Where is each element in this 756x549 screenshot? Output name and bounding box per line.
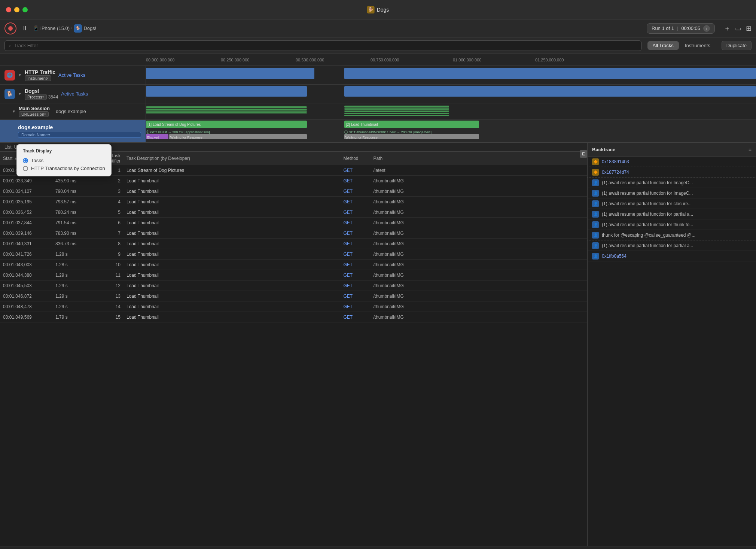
event-1-title: [1] Load Stream of Dog Pictures xyxy=(147,122,201,127)
table-row[interactable]: 00:01.049,569 1.79 s 15 Load Thumbnail G… xyxy=(0,312,587,322)
layout-button[interactable]: ⊞ xyxy=(746,24,752,33)
td-duration: 1.29 s xyxy=(52,294,94,299)
td-start: 00:01.048,478 xyxy=(0,304,52,309)
backtrace-item[interactable]: 👤 (1) await resume partial function for … xyxy=(588,178,756,188)
toolbar-right: ＋ ▭ ⊞ xyxy=(724,24,752,33)
td-duration: 836.73 ms xyxy=(52,241,94,246)
bt-icon: 👤 xyxy=(592,221,599,228)
table-body: 00:00.407,753 591.28 ms 1 Load Stream of… xyxy=(0,165,587,546)
table-row[interactable]: 00:01.043,003 1.28 s 10 Load Thumbnail G… xyxy=(0,260,587,270)
th-task-desc[interactable]: Task Description (by Developer) xyxy=(124,156,341,161)
backtrace-item[interactable]: 👤 (1) await resume partial function for … xyxy=(588,209,756,219)
backtrace-item[interactable]: 👤 thunk for @escaping @callee_guaranteed… xyxy=(588,230,756,240)
td-duration: 791.54 ms xyxy=(52,220,94,225)
table-row[interactable]: 00:01.037,844 791.54 ms 6 Load Thumbnail… xyxy=(0,218,587,228)
backtrace-item[interactable]: 👤 (1) await resume partial function for … xyxy=(588,240,756,251)
record-button[interactable] xyxy=(4,22,16,34)
session-badge[interactable]: URLSession xyxy=(19,111,49,117)
http-track-content xyxy=(146,66,756,84)
td-start: 00:01.037,844 xyxy=(0,220,52,225)
table-area: List: U E Start ▲ Duration Task Identifi… xyxy=(0,143,588,546)
table-row[interactable]: 00:01.045,503 1.29 s 12 Load Thumbnail G… xyxy=(0,280,587,291)
td-start: 00:01.034,107 xyxy=(0,189,52,194)
event-2-container: [2] Load Thumbnail ⓘ GET /thumbnail/IMG0… xyxy=(344,121,479,140)
td-id: 14 xyxy=(94,304,124,309)
e-badge[interactable]: E xyxy=(580,150,587,158)
td-method: GET xyxy=(341,262,371,267)
expand-dogs-icon[interactable]: ▼ xyxy=(18,92,22,96)
bt-icon: 🔶 xyxy=(592,158,599,165)
bt-text: (1) await resume partial function for pa… xyxy=(602,243,693,248)
td-duration: 1.28 s xyxy=(52,252,94,257)
backtrace-filter-icon[interactable]: ≡ xyxy=(749,147,752,153)
expand-http-icon[interactable]: ▼ xyxy=(18,73,22,77)
th-path[interactable]: Path xyxy=(371,156,588,161)
split-icon: ▭ xyxy=(735,24,741,33)
td-desc: Load Thumbnail xyxy=(124,241,341,246)
duplicate-button[interactable]: Duplicate xyxy=(722,41,752,50)
bt-icon: 👤 xyxy=(592,232,599,239)
td-method: GET xyxy=(341,283,371,288)
th-method[interactable]: Method xyxy=(341,156,371,161)
table-row[interactable]: 00:01.039,146 783.90 ms 7 Load Thumbnail… xyxy=(0,228,587,239)
td-id: 12 xyxy=(94,283,124,288)
session-track-title: Main Session xyxy=(19,106,50,111)
info-button[interactable]: i xyxy=(703,25,710,32)
table-row[interactable]: 00:01.046,872 1.29 s 13 Load Thumbnail G… xyxy=(0,291,587,301)
expand-session-icon[interactable]: ▼ xyxy=(12,109,16,113)
close-button[interactable] xyxy=(6,7,11,12)
table-row[interactable]: 00:01.035,195 793.57 ms 4 Load Thumbnail… xyxy=(0,197,587,207)
split-view-button[interactable]: ▭ xyxy=(735,24,741,33)
table-row[interactable]: 00:01.041,726 1.28 s 9 Load Thumbnail GE… xyxy=(0,249,587,260)
backtrace-item[interactable]: 👤 (1) await resume partial function for … xyxy=(588,198,756,209)
backtrace-item[interactable]: 👤 (1) await resume partial function for … xyxy=(588,219,756,230)
td-method: GET xyxy=(341,168,371,173)
tooltip-option-tasks[interactable]: Tasks xyxy=(23,157,105,164)
main-area: 🌐 ▼ HTTP Traffic Instrument Active Tasks… xyxy=(0,66,756,549)
add-instrument-button[interactable]: ＋ xyxy=(724,24,731,33)
table-row[interactable]: 00:01.044,380 1.29 s 11 Load Thumbnail G… xyxy=(0,270,587,280)
td-path: /thumbnail/IMG xyxy=(371,210,588,215)
backtrace-item[interactable]: 🔶 0x1838914b3 xyxy=(588,157,756,167)
td-desc: Load Thumbnail xyxy=(124,283,341,288)
bt-icon: 🔶 xyxy=(592,169,599,176)
td-duration: 780.24 ms xyxy=(52,210,94,215)
minimize-button[interactable] xyxy=(14,7,19,12)
track-row-domain: dogs.example Domain Name ▾ [1] Load Stre… xyxy=(0,120,756,142)
td-desc: Load Thumbnail xyxy=(124,252,341,257)
bt-text: (1) await resume partial function for Im… xyxy=(602,191,693,196)
tooltip-option-http[interactable]: HTTP Transactions by Connection xyxy=(23,164,105,172)
table-row[interactable]: 00:01.036,452 780.24 ms 5 Load Thumbnail… xyxy=(0,207,587,218)
td-start: 00:01.041,726 xyxy=(0,252,52,257)
td-method: GET xyxy=(341,241,371,246)
backtrace-item[interactable]: 👤 (1) await resume partial function for … xyxy=(588,188,756,198)
track-filter-input[interactable]: ⌕ Track Filter xyxy=(4,40,641,51)
session-green-2 xyxy=(146,109,307,110)
tab-all-tracks[interactable]: All Tracks xyxy=(647,41,679,50)
table-row[interactable]: 00:01.033,349 435.90 ms 2 Load Thumbnail… xyxy=(0,176,587,186)
http-instrument-badge[interactable]: Instrument xyxy=(25,75,51,81)
tab-instruments[interactable]: Instruments xyxy=(680,41,716,50)
event-2-green-bar: [2] Load Thumbnail xyxy=(344,121,479,128)
bt-text: thunk for @escaping @callee_guaranteed @… xyxy=(602,233,695,238)
table-row[interactable]: 00:01.040,331 836.73 ms 8 Load Thumbnail… xyxy=(0,239,587,249)
domain-badge-text: Domain Name xyxy=(21,133,48,137)
app-name-label: Dogs! xyxy=(83,25,96,31)
dogs-process-badge[interactable]: Process xyxy=(25,94,47,100)
td-id: 8 xyxy=(94,241,124,246)
fullscreen-button[interactable] xyxy=(22,7,28,12)
pause-button[interactable]: ⏸ xyxy=(19,23,30,34)
table-row[interactable]: 00:01.034,107 790.04 ms 3 Load Thumbnail… xyxy=(0,186,587,197)
run-pill: Run 1 of 1 | 00:00:05 i xyxy=(647,23,715,34)
table-row[interactable]: 00:01.048,478 1.29 s 14 Load Thumbnail G… xyxy=(0,301,587,312)
bt-text: 0x1ffb0a564 xyxy=(602,254,627,259)
backtrace-item[interactable]: 👤 0x1ffb0a564 xyxy=(588,251,756,261)
td-method: GET xyxy=(341,178,371,183)
dogs-icon: 🐕 xyxy=(4,89,15,99)
timeline-ruler: 00.000.000.000 00.250.000.000 00.500.000… xyxy=(0,54,756,66)
backtrace-area: Backtrace ≡ 🔶 0x1838914b3 🔶 0x187724d74 … xyxy=(588,143,756,546)
backtrace-item[interactable]: 🔶 0x187724d74 xyxy=(588,167,756,178)
tooltip-title: Track Display xyxy=(23,148,105,154)
td-start: 00:01.033,349 xyxy=(0,178,52,183)
dropdown-arrow-icon: ▾ xyxy=(48,133,50,137)
